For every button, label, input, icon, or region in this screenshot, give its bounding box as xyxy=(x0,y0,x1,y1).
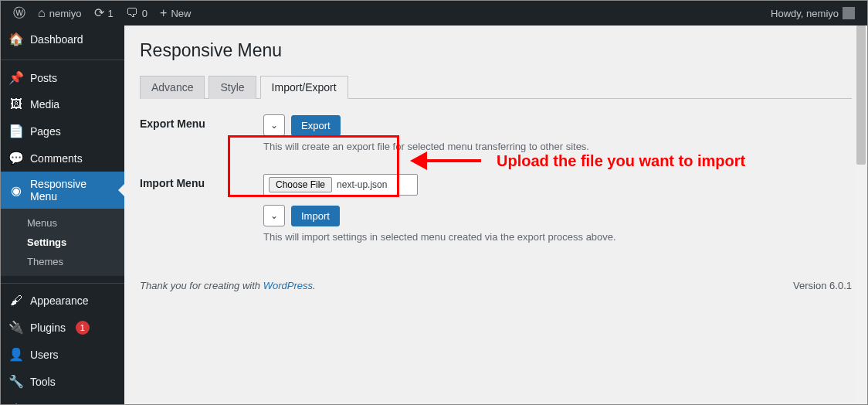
menu-separator xyxy=(1,280,124,284)
responsive-menu-icon: ◉ xyxy=(8,183,24,198)
menu-responsive-menu[interactable]: ◉Responsive Menu xyxy=(1,172,124,209)
arrow-line xyxy=(427,159,481,162)
menu-media[interactable]: 🖼Media xyxy=(1,91,124,117)
import-description: This will import settings in selected me… xyxy=(263,231,852,243)
menu-users[interactable]: 👤Users xyxy=(1,341,124,368)
dashboard-icon: 🏠 xyxy=(8,32,24,46)
comments-icon: 💬 xyxy=(8,151,24,165)
tabs: Advance Style Import/Export xyxy=(140,75,852,99)
menu-pages[interactable]: 📄Pages xyxy=(1,117,124,145)
admin-footer: Thank you for creating with WordPress. V… xyxy=(140,264,852,291)
wp-logo[interactable]: ⓦ xyxy=(7,1,32,26)
submenu-settings[interactable]: Settings xyxy=(1,233,124,252)
export-button[interactable]: Export xyxy=(291,115,341,136)
comments-link[interactable]: 🗨0 xyxy=(120,1,154,26)
avatar xyxy=(843,7,855,19)
file-input[interactable]: Choose File next-up.json xyxy=(263,174,418,196)
account-link[interactable]: Howdy, nemiyo xyxy=(765,1,861,26)
import-label: Import Menu xyxy=(140,174,263,243)
submenu-menus[interactable]: Menus xyxy=(1,213,124,233)
export-description: This will create an export file for sele… xyxy=(263,141,852,152)
user-icon: 👤 xyxy=(8,347,24,362)
page-icon: 📄 xyxy=(8,124,24,138)
annotation-text: Upload the file you want to import xyxy=(497,152,745,170)
arrow-head-icon xyxy=(410,151,427,170)
menu-tools[interactable]: 🔧Tools xyxy=(1,368,124,395)
new-label: New xyxy=(171,8,191,19)
wordpress-link[interactable]: WordPress xyxy=(263,280,313,291)
page-title: Responsive Menu xyxy=(140,33,852,64)
menu-appearance[interactable]: 🖌Appearance xyxy=(1,288,124,314)
plugin-icon: 🔌 xyxy=(8,320,24,335)
howdy-text: Howdy, nemiyo xyxy=(771,8,839,19)
tab-style[interactable]: Style xyxy=(209,76,256,99)
home-icon: ⌂ xyxy=(38,7,46,19)
import-button[interactable]: Import xyxy=(291,206,340,226)
updates-count: 1 xyxy=(108,8,114,19)
footer-thanks: Thank you for creating with WordPress. xyxy=(140,280,316,291)
site-name-link[interactable]: ⌂nemiyo xyxy=(32,1,88,26)
import-menu-select[interactable]: ⌄ xyxy=(263,205,285,226)
menu-posts[interactable]: 📌Posts xyxy=(1,64,124,91)
menu-plugins[interactable]: 🔌Plugins1 xyxy=(1,314,124,341)
media-icon: 🖼 xyxy=(8,97,24,111)
sliders-icon: ⚙ xyxy=(8,401,24,404)
menu-settings[interactable]: ⚙Settings xyxy=(1,395,124,404)
submenu-themes[interactable]: Themes xyxy=(1,252,124,271)
tab-import-export[interactable]: Import/Export xyxy=(260,76,348,99)
comment-icon: 🗨 xyxy=(126,7,138,19)
chevron-down-icon: ⌄ xyxy=(270,210,278,221)
export-menu-select[interactable]: ⌄ xyxy=(263,114,285,136)
chevron-down-icon: ⌄ xyxy=(270,120,278,131)
menu-dashboard[interactable]: 🏠Dashboard xyxy=(1,26,124,53)
export-row: Export Menu ⌄ Export This will create an… xyxy=(140,114,852,152)
menu-comments[interactable]: 💬Comments xyxy=(1,145,124,172)
choose-file-button[interactable]: Choose File xyxy=(269,177,332,192)
menu-separator xyxy=(1,56,124,60)
site-name: nemiyo xyxy=(49,8,82,19)
scrollbar[interactable] xyxy=(855,26,867,404)
pin-icon: 📌 xyxy=(8,70,24,85)
wordpress-icon: ⓦ xyxy=(13,7,25,19)
admin-bar: ⓦ ⌂nemiyo ⟳1 🗨0 +New Howdy, nemiyo xyxy=(1,1,867,26)
wrench-icon: 🔧 xyxy=(8,374,24,389)
new-content-link[interactable]: +New xyxy=(154,1,197,26)
plus-icon: + xyxy=(160,7,167,19)
annotation-arrow: Upload the file you want to import xyxy=(410,151,745,170)
comments-count: 0 xyxy=(142,8,147,19)
brush-icon: 🖌 xyxy=(8,294,24,308)
refresh-icon: ⟳ xyxy=(94,7,104,19)
tab-advance[interactable]: Advance xyxy=(140,76,205,99)
wp-version: Version 6.0.1 xyxy=(793,280,852,291)
export-label: Export Menu xyxy=(140,114,263,152)
admin-sidebar: 🏠Dashboard 📌Posts 🖼Media 📄Pages 💬Comment… xyxy=(1,26,124,404)
selected-filename: next-up.json xyxy=(337,179,387,190)
submenu-responsive-menu: Menus Settings Themes xyxy=(1,209,124,276)
plugins-badge: 1 xyxy=(76,321,90,335)
import-row: Import Menu Choose File next-up.json ⌄ I… xyxy=(140,174,852,243)
updates-link[interactable]: ⟳1 xyxy=(88,1,120,26)
content-area: Responsive Menu Advance Style Import/Exp… xyxy=(124,26,867,404)
scroll-thumb[interactable] xyxy=(856,26,866,165)
